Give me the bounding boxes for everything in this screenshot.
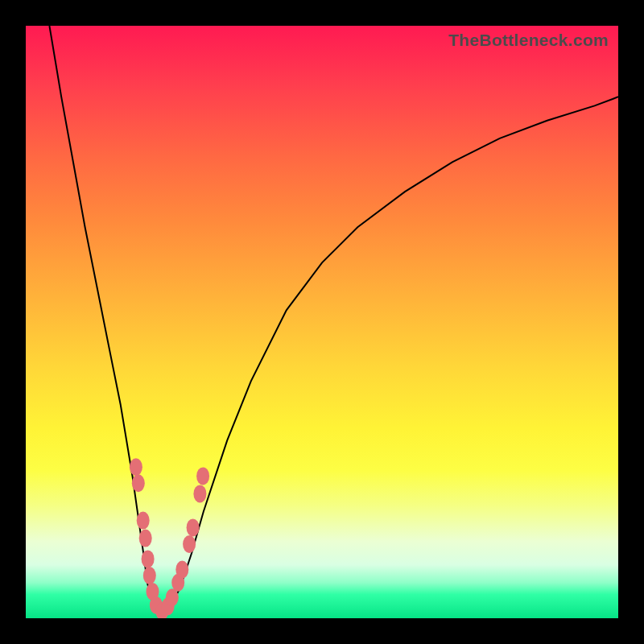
data-point [130,458,142,476]
data-point [187,518,200,536]
data-point [139,530,152,547]
chart-svg [26,26,618,618]
data-point [132,474,145,492]
data-point [137,512,150,530]
plot-area: TheBottleneck.com [26,26,618,618]
chart-frame: TheBottleneck.com [0,0,644,644]
data-point [142,550,155,568]
data-point [196,467,209,485]
data-point [183,535,196,553]
data-point [175,561,188,579]
curve-right [162,97,618,613]
data-point [143,567,156,584]
data-points [130,458,209,618]
data-point [193,485,206,502]
